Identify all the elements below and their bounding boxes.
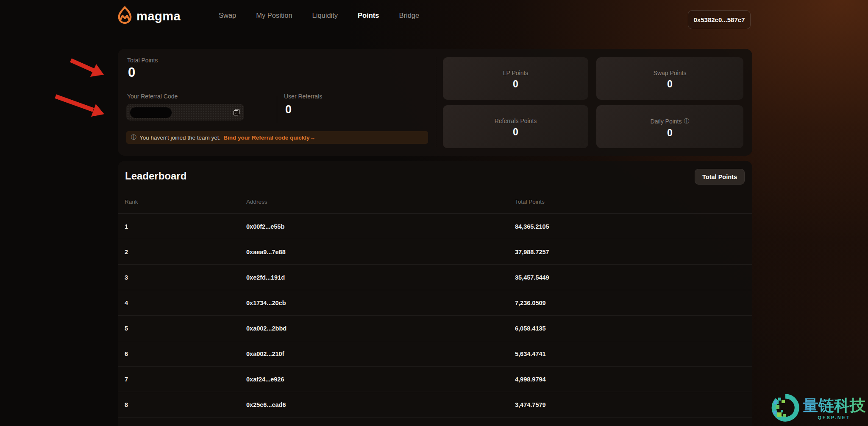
table-row[interactable]: 6 0xa002...210f 5,634.4741 bbox=[118, 341, 752, 367]
banner-text: You haven't joined the team yet. bbox=[139, 135, 220, 141]
daily-points-value: 0 bbox=[667, 127, 673, 139]
swap-points-label: Swap Points bbox=[654, 70, 687, 76]
watermark-brand-text: 量链科技 bbox=[803, 397, 865, 415]
row-rank: 1 bbox=[125, 223, 128, 230]
red-arrow-icon bbox=[71, 60, 104, 77]
leaderboard-table-header: Rank Address Total Points bbox=[118, 191, 752, 213]
points-summary-panel: Total Points 0 Your Referral Code User R… bbox=[118, 49, 752, 156]
referral-code-label: Your Referral Code bbox=[127, 93, 178, 100]
leaderboard-rows: 1 0x00f2...e55b 84,365.2105 2 0xaea9...7… bbox=[118, 214, 752, 418]
leaderboard-panel: Leaderboard Total Points Rank Address To… bbox=[118, 161, 752, 426]
referrals-points-label: Referrals Points bbox=[495, 118, 537, 124]
row-address: 0xaf24...e926 bbox=[246, 376, 284, 383]
column-header-address: Address bbox=[246, 199, 267, 205]
brand-name: magma bbox=[136, 9, 181, 23]
user-referrals-value: 0 bbox=[285, 103, 292, 116]
row-address: 0x1734...20cb bbox=[246, 300, 286, 306]
table-row[interactable]: 5 0xa002...2bbd 6,058.4135 bbox=[118, 316, 752, 341]
user-referrals-label: User Referrals bbox=[284, 93, 322, 100]
referrals-points-card: Referrals Points 0 bbox=[443, 105, 588, 148]
referral-code-field[interactable] bbox=[126, 104, 244, 121]
points-cards-grid: LP Points 0 Swap Points 0 Referrals Poin… bbox=[443, 57, 743, 148]
row-address: 0x00f2...e55b bbox=[246, 223, 284, 230]
swap-points-value: 0 bbox=[667, 78, 673, 90]
watermark-logo-icon bbox=[771, 394, 799, 423]
nav-links: Swap My Position Liquidity Points Bridge bbox=[219, 0, 419, 31]
wallet-address-button[interactable]: 0x5382c0...587c7 bbox=[688, 10, 751, 29]
referrals-points-value: 0 bbox=[513, 126, 518, 138]
watermark: 量链科技 QFSP.NET bbox=[771, 394, 865, 423]
leaderboard-title: Leaderboard bbox=[125, 170, 186, 182]
copy-referral-code-button[interactable] bbox=[231, 107, 241, 117]
row-points: 3,474.7579 bbox=[515, 401, 546, 408]
magma-logo[interactable]: magma bbox=[117, 6, 181, 26]
table-row[interactable]: 7 0xaf24...e926 4,998.9794 bbox=[118, 367, 752, 392]
daily-points-info-icon[interactable]: ⓘ bbox=[684, 118, 689, 125]
row-rank: 4 bbox=[125, 300, 128, 306]
table-row[interactable]: 3 0xe2fd...191d 35,457.5449 bbox=[118, 265, 752, 290]
table-row[interactable]: 2 0xaea9...7e88 37,988.7257 bbox=[118, 239, 752, 265]
row-address: 0xa002...2bbd bbox=[246, 325, 287, 332]
row-points: 4,998.9794 bbox=[515, 376, 546, 383]
flame-icon bbox=[117, 6, 133, 26]
row-rank: 5 bbox=[125, 325, 128, 332]
nav-item-my-position[interactable]: My Position bbox=[256, 11, 292, 20]
row-address: 0xa002...210f bbox=[246, 350, 284, 357]
panel-divider bbox=[436, 57, 436, 147]
row-address: 0xe2fd...191d bbox=[246, 274, 285, 281]
watermark-domain-text: QFSP.NET bbox=[818, 415, 851, 420]
row-address: 0xaea9...7e88 bbox=[246, 249, 286, 255]
swap-points-card: Swap Points 0 bbox=[596, 57, 743, 100]
table-row[interactable]: 8 0x25c6...cad6 3,474.7579 bbox=[118, 392, 752, 418]
row-address: 0x25c6...cad6 bbox=[246, 401, 286, 408]
total-points-filter-button[interactable]: Total Points bbox=[695, 169, 745, 185]
referral-code-redacted-value bbox=[130, 107, 172, 118]
daily-points-label: Daily Points bbox=[651, 118, 682, 125]
table-row[interactable]: 4 0x1734...20cb 7,236.0509 bbox=[118, 290, 752, 316]
top-nav-bar: magma Swap My Position Liquidity Points … bbox=[0, 0, 868, 31]
row-rank: 8 bbox=[125, 401, 128, 408]
column-header-rank: Rank bbox=[125, 199, 138, 205]
column-header-total-points: Total Points bbox=[515, 199, 545, 205]
nav-item-points[interactable]: Points bbox=[358, 11, 379, 20]
info-icon: ⓘ bbox=[131, 134, 136, 141]
row-rank: 7 bbox=[125, 376, 128, 383]
nav-item-swap[interactable]: Swap bbox=[219, 11, 236, 20]
copy-icon bbox=[234, 109, 239, 115]
row-rank: 6 bbox=[125, 350, 128, 357]
nav-item-bridge[interactable]: Bridge bbox=[399, 11, 420, 20]
nav-item-liquidity[interactable]: Liquidity bbox=[312, 11, 338, 20]
row-points: 6,058.4135 bbox=[515, 325, 546, 332]
row-rank: 3 bbox=[125, 274, 128, 281]
row-points: 5,634.4741 bbox=[515, 350, 546, 357]
lp-points-value: 0 bbox=[513, 78, 518, 90]
lp-points-card: LP Points 0 bbox=[443, 57, 588, 100]
lp-points-label: LP Points bbox=[503, 70, 529, 76]
vertical-divider bbox=[277, 96, 277, 123]
row-points: 35,457.5449 bbox=[515, 274, 549, 281]
daily-points-card: Daily Points ⓘ 0 bbox=[596, 105, 743, 148]
table-row[interactable]: 1 0x00f2...e55b 84,365.2105 bbox=[118, 214, 752, 239]
total-points-label: Total Points bbox=[127, 57, 158, 64]
red-arrow-icon bbox=[56, 96, 104, 117]
row-points: 7,236.0509 bbox=[515, 300, 546, 306]
row-points: 37,988.7257 bbox=[515, 249, 549, 255]
bind-referral-link[interactable]: Bind your Referral code quickly→ bbox=[223, 135, 315, 141]
row-rank: 2 bbox=[125, 249, 128, 255]
total-points-value: 0 bbox=[128, 65, 135, 80]
row-points: 84,365.2105 bbox=[515, 223, 549, 230]
referral-warning-banner: ⓘ You haven't joined the team yet. Bind … bbox=[126, 131, 428, 144]
